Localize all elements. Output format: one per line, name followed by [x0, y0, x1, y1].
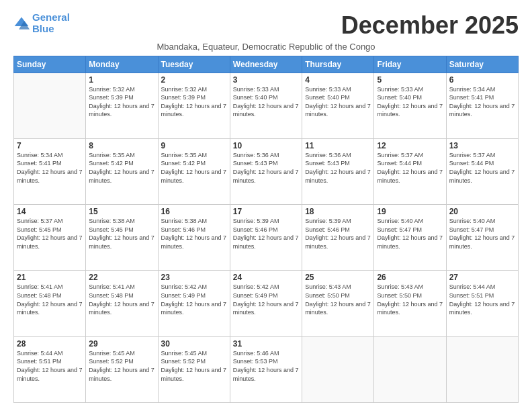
day-number: 31 — [233, 339, 299, 349]
header: General Blue December 2025 — [13, 12, 519, 39]
day-info: Sunrise: 5:37 AMSunset: 5:45 PMDaylight:… — [17, 218, 83, 250]
day-number: 14 — [17, 207, 83, 216]
day-number: 17 — [233, 207, 299, 216]
calendar-cell: 12 Sunrise: 5:37 AMSunset: 5:44 PMDaylig… — [374, 138, 446, 204]
day-number: 15 — [89, 207, 154, 216]
calendar-cell: 1 Sunrise: 5:32 AMSunset: 5:39 PMDayligh… — [86, 73, 158, 138]
day-info: Sunrise: 5:34 AMSunset: 5:41 PMDaylight:… — [449, 86, 515, 118]
day-number: 12 — [377, 141, 443, 150]
calendar-cell: 27 Sunrise: 5:44 AMSunset: 5:51 PMDaylig… — [446, 271, 518, 336]
day-number: 24 — [233, 273, 299, 282]
calendar-table: Sunday Monday Tuesday Wednesday Thursday… — [13, 56, 519, 403]
day-info: Sunrise: 5:41 AMSunset: 5:48 PMDaylight:… — [89, 283, 154, 316]
logo-icon — [13, 15, 30, 32]
day-number: 26 — [377, 273, 443, 282]
header-tuesday: Tuesday — [158, 56, 230, 73]
logo-text: General Blue — [32, 12, 70, 34]
calendar-week-row-0: 1 Sunrise: 5:32 AMSunset: 5:39 PMDayligh… — [14, 73, 519, 138]
day-info: Sunrise: 5:40 AMSunset: 5:47 PMDaylight:… — [377, 218, 443, 250]
logo-line1: General — [32, 11, 70, 23]
day-number: 16 — [161, 207, 227, 216]
day-info: Sunrise: 5:35 AMSunset: 5:42 PMDaylight:… — [161, 152, 227, 184]
logo: General Blue — [13, 12, 70, 34]
calendar-cell: 25 Sunrise: 5:43 AMSunset: 5:50 PMDaylig… — [302, 271, 374, 336]
day-number: 25 — [305, 273, 371, 282]
calendar-cell: 6 Sunrise: 5:34 AMSunset: 5:41 PMDayligh… — [446, 73, 518, 138]
day-number: 10 — [233, 141, 299, 150]
calendar-cell: 26 Sunrise: 5:43 AMSunset: 5:50 PMDaylig… — [374, 271, 446, 336]
day-number: 21 — [17, 273, 83, 282]
day-info: Sunrise: 5:43 AMSunset: 5:50 PMDaylight:… — [305, 283, 371, 316]
header-sunday: Sunday — [14, 56, 86, 73]
calendar-cell: 13 Sunrise: 5:37 AMSunset: 5:44 PMDaylig… — [446, 138, 518, 204]
calendar-cell: 2 Sunrise: 5:32 AMSunset: 5:39 PMDayligh… — [158, 73, 230, 138]
header-friday: Friday — [374, 56, 446, 73]
calendar-cell: 18 Sunrise: 5:39 AMSunset: 5:46 PMDaylig… — [302, 205, 374, 271]
title-block: December 2025 — [341, 12, 519, 39]
calendar-cell: 16 Sunrise: 5:38 AMSunset: 5:46 PMDaylig… — [158, 205, 230, 271]
day-info: Sunrise: 5:45 AMSunset: 5:52 PMDaylight:… — [89, 350, 154, 382]
header-saturday: Saturday — [446, 56, 518, 73]
day-number: 30 — [161, 339, 227, 349]
header-wednesday: Wednesday — [230, 56, 302, 73]
calendar-cell: 23 Sunrise: 5:42 AMSunset: 5:49 PMDaylig… — [158, 271, 230, 336]
day-number: 29 — [89, 339, 154, 349]
calendar-week-row-4: 28 Sunrise: 5:44 AMSunset: 5:51 PMDaylig… — [14, 336, 519, 402]
header-thursday: Thursday — [302, 56, 374, 73]
day-number: 6 — [449, 75, 515, 85]
calendar-cell: 21 Sunrise: 5:41 AMSunset: 5:48 PMDaylig… — [14, 271, 86, 336]
calendar-cell: 14 Sunrise: 5:37 AMSunset: 5:45 PMDaylig… — [14, 205, 86, 271]
day-info: Sunrise: 5:32 AMSunset: 5:39 PMDaylight:… — [89, 86, 154, 118]
day-number: 23 — [161, 273, 227, 282]
calendar-cell — [14, 73, 86, 138]
day-number: 13 — [449, 141, 515, 150]
calendar-cell — [446, 336, 518, 402]
calendar-cell — [374, 336, 446, 402]
day-number: 3 — [233, 75, 299, 85]
day-info: Sunrise: 5:44 AMSunset: 5:51 PMDaylight:… — [17, 350, 83, 382]
day-info: Sunrise: 5:43 AMSunset: 5:50 PMDaylight:… — [377, 283, 443, 316]
calendar-cell: 28 Sunrise: 5:44 AMSunset: 5:51 PMDaylig… — [14, 336, 86, 402]
day-number: 8 — [89, 141, 154, 150]
subtitle: Mbandaka, Equateur, Democratic Republic … — [13, 42, 519, 52]
calendar-cell: 3 Sunrise: 5:33 AMSunset: 5:40 PMDayligh… — [230, 73, 302, 138]
day-info: Sunrise: 5:37 AMSunset: 5:44 PMDaylight:… — [449, 152, 515, 184]
calendar-cell: 17 Sunrise: 5:39 AMSunset: 5:46 PMDaylig… — [230, 205, 302, 271]
day-number: 18 — [305, 207, 371, 216]
calendar-cell: 22 Sunrise: 5:41 AMSunset: 5:48 PMDaylig… — [86, 271, 158, 336]
day-info: Sunrise: 5:44 AMSunset: 5:51 PMDaylight:… — [449, 283, 515, 316]
day-number: 5 — [377, 75, 443, 85]
day-number: 9 — [161, 141, 227, 150]
calendar-cell: 15 Sunrise: 5:38 AMSunset: 5:45 PMDaylig… — [86, 205, 158, 271]
day-info: Sunrise: 5:46 AMSunset: 5:53 PMDaylight:… — [233, 350, 299, 382]
day-info: Sunrise: 5:42 AMSunset: 5:49 PMDaylight:… — [233, 283, 299, 316]
calendar-header-row: Sunday Monday Tuesday Wednesday Thursday… — [14, 56, 519, 73]
day-info: Sunrise: 5:42 AMSunset: 5:49 PMDaylight:… — [161, 283, 227, 316]
day-number: 1 — [89, 75, 154, 85]
calendar-cell — [302, 336, 374, 402]
day-info: Sunrise: 5:32 AMSunset: 5:39 PMDaylight:… — [161, 86, 227, 118]
main-title: December 2025 — [341, 12, 519, 39]
calendar-cell: 20 Sunrise: 5:40 AMSunset: 5:47 PMDaylig… — [446, 205, 518, 271]
calendar-cell: 24 Sunrise: 5:42 AMSunset: 5:49 PMDaylig… — [230, 271, 302, 336]
day-number: 2 — [161, 75, 227, 85]
calendar-cell: 30 Sunrise: 5:45 AMSunset: 5:52 PMDaylig… — [158, 336, 230, 402]
calendar-cell: 8 Sunrise: 5:35 AMSunset: 5:42 PMDayligh… — [86, 138, 158, 204]
logo-line2: Blue — [32, 23, 54, 34]
calendar-cell: 9 Sunrise: 5:35 AMSunset: 5:42 PMDayligh… — [158, 138, 230, 204]
day-number: 11 — [305, 141, 371, 150]
calendar-cell: 7 Sunrise: 5:34 AMSunset: 5:41 PMDayligh… — [14, 138, 86, 204]
day-number: 22 — [89, 273, 154, 282]
calendar-cell: 31 Sunrise: 5:46 AMSunset: 5:53 PMDaylig… — [230, 336, 302, 402]
day-info: Sunrise: 5:37 AMSunset: 5:44 PMDaylight:… — [377, 152, 443, 184]
day-info: Sunrise: 5:34 AMSunset: 5:41 PMDaylight:… — [17, 152, 83, 184]
day-info: Sunrise: 5:35 AMSunset: 5:42 PMDaylight:… — [89, 152, 154, 184]
day-number: 27 — [449, 273, 515, 282]
day-number: 20 — [449, 207, 515, 216]
day-info: Sunrise: 5:33 AMSunset: 5:40 PMDaylight:… — [305, 86, 371, 118]
calendar-cell: 10 Sunrise: 5:36 AMSunset: 5:43 PMDaylig… — [230, 138, 302, 204]
calendar-cell: 29 Sunrise: 5:45 AMSunset: 5:52 PMDaylig… — [86, 336, 158, 402]
day-info: Sunrise: 5:33 AMSunset: 5:40 PMDaylight:… — [377, 86, 443, 118]
day-info: Sunrise: 5:36 AMSunset: 5:43 PMDaylight:… — [305, 152, 371, 184]
calendar-week-row-1: 7 Sunrise: 5:34 AMSunset: 5:41 PMDayligh… — [14, 138, 519, 204]
